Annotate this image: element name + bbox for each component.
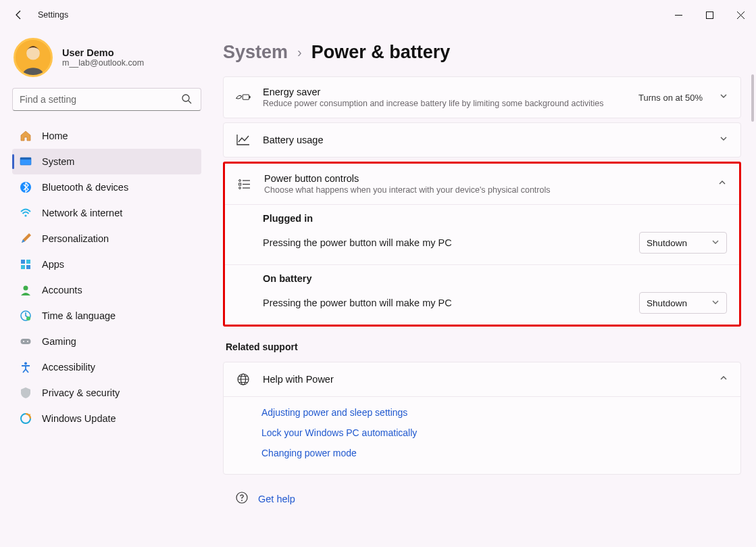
maximize-icon <box>706 11 713 19</box>
nav-accounts[interactable]: Accounts <box>12 277 201 303</box>
search-input[interactable] <box>12 88 201 111</box>
person-icon <box>19 283 32 297</box>
svg-rect-23 <box>239 183 241 185</box>
minimize-icon <box>675 11 682 19</box>
globe-icon <box>236 372 251 387</box>
nav-accessibility[interactable]: Accessibility <box>12 354 201 380</box>
svg-point-28 <box>241 500 243 501</box>
card-subtitle: Reduce power consumption and increase ba… <box>263 99 626 108</box>
related-support-header: Related support <box>223 339 741 362</box>
get-help-label: Get help <box>258 494 295 504</box>
row-energy-saver[interactable]: Energy saver Reduce power consumption an… <box>224 77 740 118</box>
app-title: Settings <box>38 10 68 20</box>
avatar <box>14 38 53 77</box>
svg-point-22 <box>239 180 241 182</box>
window-close-button[interactable] <box>725 4 756 26</box>
svg-point-16 <box>23 341 24 342</box>
system-icon <box>19 155 32 168</box>
sidebar: User Demo m__lab@outlook.com Home System… <box>0 30 209 547</box>
help-link[interactable]: Adjusting power and sleep settings <box>261 402 728 423</box>
dropdown-on-battery[interactable]: Shutdown <box>639 292 727 314</box>
card-title: Battery usage <box>263 135 707 145</box>
row-on-battery-power-button: Pressing the power button will make my P… <box>225 285 739 325</box>
shield-icon <box>19 386 32 400</box>
svg-rect-0 <box>706 11 713 18</box>
titlebar: Settings <box>0 0 756 30</box>
svg-rect-21 <box>249 96 251 98</box>
nav-label: Windows Update <box>42 413 116 424</box>
dropdown-plugged-in[interactable]: Shutdown <box>639 232 727 254</box>
svg-rect-8 <box>21 260 25 264</box>
nav-home[interactable]: Home <box>12 123 201 149</box>
row-battery-usage[interactable]: Battery usage <box>224 123 740 157</box>
update-icon <box>19 412 32 425</box>
row-plugged-in-power-button: Pressing the power button will make my P… <box>225 225 739 264</box>
nav-network[interactable]: Network & internet <box>12 200 201 226</box>
user-email: m__lab@outlook.com <box>62 58 144 68</box>
get-help-link[interactable]: Get help <box>223 479 741 506</box>
svg-rect-10 <box>21 265 25 269</box>
content-area: System › Power & battery Energy saver Re… <box>209 30 756 547</box>
nav-bluetooth[interactable]: Bluetooth & devices <box>12 174 201 200</box>
card-help-with-power: Help with Power Adjusting power and slee… <box>223 362 741 475</box>
card-power-button-controls: Power button controls Choose what happen… <box>223 162 741 327</box>
nav-windows-update[interactable]: Windows Update <box>12 406 201 431</box>
option-label: Pressing the power button will make my P… <box>263 298 639 308</box>
help-links: Adjusting power and sleep settings Lock … <box>224 397 740 474</box>
chevron-down-icon <box>719 91 728 103</box>
svg-point-18 <box>24 362 27 365</box>
chart-icon <box>236 133 251 147</box>
row-help-with-power[interactable]: Help with Power <box>224 362 740 396</box>
chevron-up-icon <box>719 373 728 385</box>
window-minimize-button[interactable] <box>663 4 694 26</box>
globe-clock-icon <box>19 309 32 323</box>
nav-system[interactable]: System <box>12 149 201 174</box>
nav-time-language[interactable]: Time & language <box>12 303 201 329</box>
card-title: Energy saver <box>263 87 626 97</box>
bluetooth-icon <box>19 181 32 194</box>
row-power-button-controls[interactable]: Power button controls Choose what happen… <box>225 164 739 204</box>
nav-label: Gaming <box>42 336 76 347</box>
controls-list-icon <box>237 176 252 191</box>
user-name: User Demo <box>62 47 144 58</box>
breadcrumb: System › Power & battery <box>223 30 741 76</box>
nav-gaming[interactable]: Gaming <box>12 329 201 354</box>
leaf-battery-icon <box>236 90 251 105</box>
accessibility-icon <box>19 360 32 374</box>
breadcrumb-current: Power & battery <box>311 42 451 63</box>
svg-rect-11 <box>26 265 30 269</box>
gamepad-icon <box>19 335 32 348</box>
close-icon <box>737 11 745 19</box>
nav-label: System <box>42 156 74 167</box>
chevron-down-icon <box>719 134 728 146</box>
nav-privacy[interactable]: Privacy & security <box>12 380 201 406</box>
arrow-left-icon <box>14 9 24 20</box>
energy-status: Turns on at 50% <box>638 93 703 103</box>
on-battery-header: On battery <box>225 265 739 285</box>
scrollbar[interactable] <box>751 74 754 122</box>
search-icon <box>181 93 192 107</box>
breadcrumb-parent[interactable]: System <box>223 42 288 63</box>
svg-point-14 <box>26 316 30 320</box>
chevron-right-icon: › <box>297 45 302 60</box>
nav-label: Personalization <box>42 233 109 244</box>
svg-point-3 <box>182 95 189 101</box>
svg-point-24 <box>239 187 241 189</box>
brush-icon <box>19 232 32 245</box>
card-subtitle: Choose what happens when you interact wi… <box>264 185 705 195</box>
nav-label: Time & language <box>42 310 116 321</box>
nav-apps[interactable]: Apps <box>12 252 201 277</box>
nav-personalization[interactable]: Personalization <box>12 226 201 252</box>
nav-list: Home System Bluetooth & devices Network … <box>12 123 201 431</box>
help-link[interactable]: Lock your Windows PC automatically <box>261 423 728 443</box>
help-link[interactable]: Changing power mode <box>261 443 728 463</box>
user-profile[interactable]: User Demo m__lab@outlook.com <box>12 34 201 88</box>
home-icon <box>19 129 32 143</box>
nav-label: Bluetooth & devices <box>42 182 128 193</box>
nav-label: Accounts <box>42 285 82 295</box>
window-maximize-button[interactable] <box>694 4 725 26</box>
plugged-in-header: Plugged in <box>225 205 739 225</box>
back-button[interactable] <box>8 4 30 26</box>
help-icon <box>235 491 249 506</box>
nav-label: Apps <box>42 259 64 270</box>
